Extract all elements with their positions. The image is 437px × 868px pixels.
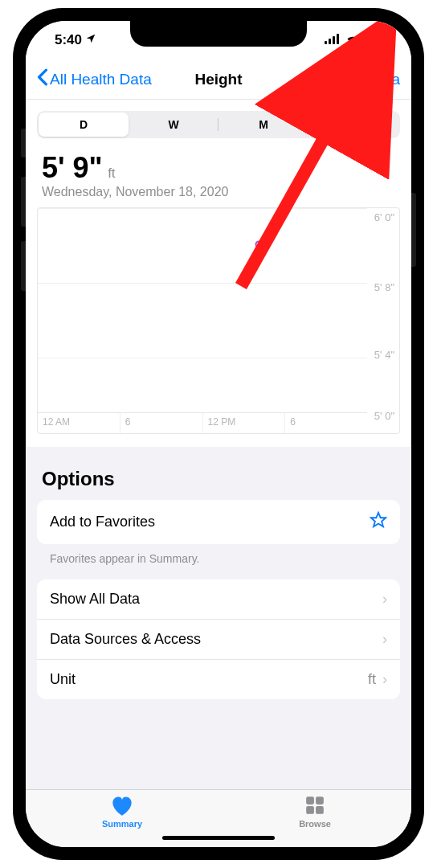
- measurement-unit: ft: [108, 166, 115, 181]
- chart-ylabel: 6' 0": [374, 211, 394, 223]
- chevron-right-icon: ›: [382, 671, 387, 688]
- chart-xlabel: 12 PM: [202, 413, 285, 433]
- chart-data-point: [255, 240, 262, 248]
- svg-rect-0: [325, 41, 327, 44]
- chevron-right-icon: ›: [382, 631, 387, 648]
- home-indicator[interactable]: [162, 836, 275, 840]
- chart-ylabel: 5' 8": [374, 281, 394, 293]
- nav-bar: All Health Data Height Add Data: [26, 59, 411, 100]
- svg-rect-9: [316, 796, 324, 805]
- phone-frame: 5:40: [13, 8, 424, 860]
- cell-label: Show All Data: [50, 591, 140, 608]
- segment-year[interactable]: Y: [308, 113, 398, 137]
- svg-rect-6: [385, 37, 386, 41]
- unit-cell[interactable]: Unit ft ›: [37, 659, 400, 699]
- unit-detail: ft: [368, 671, 376, 688]
- grid-icon: [304, 795, 325, 817]
- chevron-right-icon: ›: [382, 591, 387, 608]
- chevron-left-icon: [37, 68, 48, 90]
- svg-rect-3: [337, 34, 339, 44]
- favorites-footnote: Favorites appear in Summary.: [26, 544, 411, 579]
- measurement-summary: 5' 9" ft Wednesday, November 18, 2020: [26, 146, 411, 201]
- svg-rect-10: [306, 806, 314, 814]
- svg-rect-11: [316, 806, 324, 814]
- back-label: All Health Data: [50, 71, 152, 88]
- chart-xlabel: 6: [284, 413, 367, 433]
- chart-ylabel: 5' 4": [374, 349, 394, 361]
- data-sources-cell[interactable]: Data Sources & Access ›: [37, 619, 400, 659]
- wifi-icon: [345, 32, 360, 48]
- cell-label: Add to Favorites: [50, 514, 155, 530]
- cell-label: Data Sources & Access: [50, 631, 201, 648]
- location-icon: [85, 32, 96, 48]
- status-time: 5:40: [55, 32, 82, 48]
- show-all-data-cell[interactable]: Show All Data ›: [37, 579, 400, 619]
- chart-ylabel: 5' 0": [374, 409, 394, 421]
- back-button[interactable]: All Health Data: [37, 68, 152, 90]
- svg-marker-7: [371, 513, 386, 526]
- content-white: D W M Y 5' 9" ft Wednesday, November 18,…: [26, 100, 411, 447]
- data-group: Show All Data › Data Sources & Access › …: [37, 579, 400, 699]
- tab-label: Summary: [102, 819, 142, 829]
- options-title: Options: [26, 460, 411, 500]
- measurement-date: Wednesday, November 18, 2020: [42, 185, 395, 199]
- svg-rect-1: [329, 39, 331, 44]
- notch: [130, 21, 307, 47]
- cell-label: Unit: [50, 671, 76, 688]
- tab-label: Browse: [299, 819, 331, 829]
- chart-xaxis: 12 AM 6 12 PM 6: [38, 412, 367, 433]
- heart-icon: [111, 795, 133, 817]
- screen: 5:40: [26, 21, 411, 847]
- add-to-favorites-cell[interactable]: Add to Favorites: [37, 500, 400, 544]
- segment-week[interactable]: W: [129, 113, 218, 137]
- page-title: Height: [194, 71, 242, 88]
- segment-month[interactable]: M: [218, 113, 308, 137]
- cellular-icon: [325, 32, 341, 48]
- battery-icon: [365, 32, 387, 48]
- svg-rect-2: [333, 36, 335, 44]
- time-range-segmented: D W M Y: [37, 111, 400, 138]
- options-section: Options Add to Favorites Favorites appea…: [26, 447, 411, 789]
- svg-rect-8: [306, 796, 314, 805]
- chart-xlabel: 6: [120, 413, 202, 433]
- svg-rect-5: [366, 35, 380, 43]
- chart-xlabel: 12 AM: [38, 413, 120, 433]
- height-chart[interactable]: 6' 0" 5' 8" 5' 4" 5' 0" 12 AM 6 12 PM 6: [37, 207, 400, 434]
- measurement-value: 5' 9": [42, 151, 103, 184]
- add-data-button[interactable]: Add Data: [337, 71, 400, 88]
- segment-day[interactable]: D: [39, 113, 129, 137]
- star-icon: [370, 511, 387, 533]
- favorites-group: Add to Favorites: [37, 500, 400, 544]
